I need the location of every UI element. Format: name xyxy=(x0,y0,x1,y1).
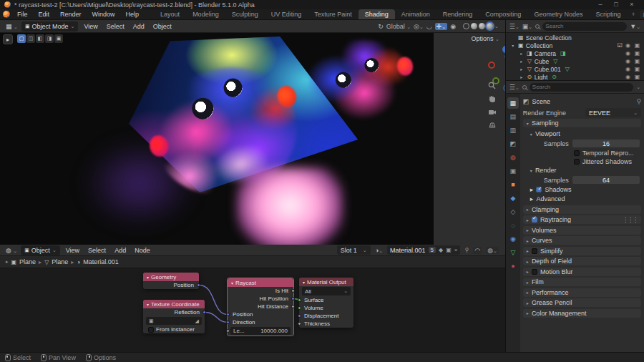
gizmo-z-plus[interactable] xyxy=(502,46,505,53)
thickness-socket[interactable] xyxy=(298,322,301,326)
texture-coordinate-node[interactable]: ▾Texture Coordinate Reflection ▣ ◢ From … xyxy=(143,300,205,333)
camera-icon[interactable]: ▣ xyxy=(633,50,641,57)
tool-option-3[interactable]: ◧ xyxy=(36,34,44,43)
properties-tab[interactable] xyxy=(507,138,519,150)
properties-tab[interactable] xyxy=(507,192,519,204)
viewport-menu-item[interactable]: Select xyxy=(102,23,129,30)
material-slot-dropdown[interactable]: Slot 1⌄ xyxy=(337,245,371,255)
geometry-node[interactable]: ▾Geometry Position xyxy=(143,273,199,289)
outliner-item-label[interactable]: Cube xyxy=(535,58,549,65)
filter-funnel-icon[interactable]: ▼⌄ xyxy=(630,23,640,30)
properties-options-icon[interactable]: ⌄ xyxy=(636,84,640,90)
breadcrumb-object[interactable]: Plane xyxy=(19,258,36,265)
properties-tab[interactable] xyxy=(507,152,519,163)
properties-tab[interactable] xyxy=(507,233,519,245)
reflection-socket[interactable] xyxy=(203,310,206,314)
viewport-menu-item[interactable]: Object xyxy=(149,23,176,30)
workspace-tab[interactable]: Modeling xyxy=(186,9,225,19)
gizmo-z-minus[interactable] xyxy=(503,84,505,92)
3d-viewport[interactable]: ▸ ▢ ◫ ◧ ◨ ▣ Options ⌄ xyxy=(0,33,505,245)
gizmo-x-minus[interactable] xyxy=(488,62,495,69)
outliner-row[interactable]: Cube.001 ☑ ◉ ▣ xyxy=(506,65,644,73)
outliner-search-input[interactable] xyxy=(542,22,627,31)
shader-editor-type-icon[interactable]: ◍ ⌄ xyxy=(4,247,19,254)
hit-position-socket[interactable] xyxy=(291,297,295,300)
proportional-editing-icon[interactable]: ◉ xyxy=(450,23,456,30)
pin-id-icon[interactable]: ⚲ xyxy=(636,98,641,105)
collapse-arrow-icon[interactable]: ▸ xyxy=(6,259,9,265)
expand-caret-icon[interactable] xyxy=(519,74,525,79)
pin-icon[interactable]: ⚲ xyxy=(464,247,469,253)
object-picker-field[interactable]: ▣ ◢ xyxy=(146,317,202,325)
select-box-tool[interactable]: ▢ xyxy=(17,34,26,43)
scene-selector[interactable]: ◩⌄ Scene ▣ xyxy=(640,10,644,19)
properties-panel[interactable]: ▸ Volumes ⋮⋮⋮ xyxy=(523,226,641,235)
wireframe-shading-toggle[interactable] xyxy=(463,23,469,29)
workspace-tab[interactable]: UV Editing xyxy=(265,9,308,19)
rendered-shading-toggle[interactable] xyxy=(487,23,493,29)
position-input-socket[interactable] xyxy=(226,313,230,316)
viewport-menu-item[interactable]: Add xyxy=(129,23,149,30)
viewport-samples-field[interactable]: 16 xyxy=(572,140,640,147)
workspace-tab[interactable]: Geometry Nodes xyxy=(527,9,589,19)
workspace-tab[interactable]: Sculpting xyxy=(225,9,265,19)
direction-input-socket[interactable] xyxy=(226,321,230,324)
topbar-menu-item[interactable]: Edit xyxy=(34,9,55,19)
output-target-dropdown[interactable]: All⌄ xyxy=(302,287,351,295)
settings-sliders-icon[interactable]: ⋮⋮⋮ xyxy=(623,217,638,223)
unlink-material-icon[interactable]: × xyxy=(454,247,458,253)
shadows-checkbox[interactable] xyxy=(536,187,542,192)
properties-tab[interactable] xyxy=(507,97,519,109)
mode-dropdown[interactable]: ▣ Object Mode⌄ xyxy=(21,21,79,31)
properties-editor-icon[interactable]: ☰⌄ xyxy=(509,84,519,91)
outliner-item-label[interactable]: Camera xyxy=(535,50,556,57)
properties-panel[interactable]: ▸ Grease Pencil ⋮⋮⋮ xyxy=(523,298,641,307)
outliner-row[interactable]: Cube ☑ ◉ ▣ xyxy=(506,57,644,65)
displacement-socket[interactable] xyxy=(298,314,301,318)
camera-icon[interactable]: ▣ xyxy=(633,74,641,80)
topbar-menu-item[interactable]: Window xyxy=(87,9,120,19)
properties-panel[interactable]: ▸ Raytracing ⋮⋮⋮ xyxy=(523,215,641,224)
tool-option-5[interactable]: ▣ xyxy=(54,34,63,43)
temporal-reprojection-checkbox[interactable] xyxy=(574,150,580,156)
properties-panel[interactable]: ▸ Curves ⋮⋮⋮ xyxy=(523,236,641,245)
material-output-node[interactable]: ▾Material Output All⌄ Surface Volume Dis… xyxy=(299,278,353,328)
volume-socket[interactable] xyxy=(298,306,301,310)
solid-shading-toggle[interactable] xyxy=(471,23,477,29)
outliner-row[interactable]: Light ☑ ◉ ▣ xyxy=(506,73,644,80)
properties-panel[interactable]: ▸ Performance ⋮⋮⋮ xyxy=(523,288,641,297)
snap-magnet-icon[interactable]: ◡ xyxy=(426,23,432,30)
viewport-subpanel-header[interactable]: ▾Viewport xyxy=(523,129,641,139)
material-sphere-icon[interactable]: ◑⌄ xyxy=(375,247,383,254)
sampling-panel-header[interactable]: ▾Sampling xyxy=(523,119,641,127)
properties-tab[interactable] xyxy=(507,111,519,122)
viewport-menu-item[interactable]: View xyxy=(79,23,102,30)
eye-icon[interactable]: ◉ xyxy=(624,50,632,57)
tool-option-4[interactable]: ◨ xyxy=(45,34,54,43)
panel-checkbox[interactable] xyxy=(532,269,537,275)
shading-dropdown-icon[interactable]: ⌄ xyxy=(494,24,499,29)
hit-distance-socket[interactable] xyxy=(291,305,295,308)
maximize-button[interactable]: □ xyxy=(608,0,624,9)
jittered-shadows-checkbox[interactable] xyxy=(574,159,580,165)
breadcrumb-mesh[interactable]: Plane xyxy=(52,258,68,265)
camera-icon[interactable]: ▣ xyxy=(633,42,641,49)
outliner-item-label[interactable]: Collection xyxy=(526,42,552,49)
pivot-point-icon[interactable]: ◎⌄ xyxy=(414,23,424,30)
pan-hand-icon[interactable] xyxy=(488,95,496,103)
outliner-row[interactable]: Collection ☑ ◉ ▣ xyxy=(506,41,644,49)
active-tool-button[interactable]: ▸ xyxy=(3,34,13,44)
breadcrumb-material[interactable]: Material.001 xyxy=(83,258,119,265)
panel-checkbox[interactable] xyxy=(532,248,537,254)
expand-caret-icon[interactable] xyxy=(519,67,525,72)
outliner-item-label[interactable]: Scene Collection xyxy=(526,34,572,41)
selectable-checkbox[interactable]: ☑ xyxy=(618,42,623,49)
panel-checkbox[interactable] xyxy=(532,217,537,222)
shader-menu-item[interactable]: Select xyxy=(84,247,110,254)
eye-icon[interactable]: ◉ xyxy=(624,42,632,49)
zoom-icon[interactable] xyxy=(488,82,496,89)
properties-panel[interactable]: ▸ Motion Blur ⋮⋮⋮ xyxy=(523,268,641,276)
outliner-row[interactable]: Camera ☑ ◉ ▣ xyxy=(506,49,644,57)
outliner-display-mode-icon[interactable]: ☰⌄ xyxy=(509,23,519,30)
properties-panel[interactable]: ▸ Simplify ⋮⋮⋮ xyxy=(523,247,641,255)
